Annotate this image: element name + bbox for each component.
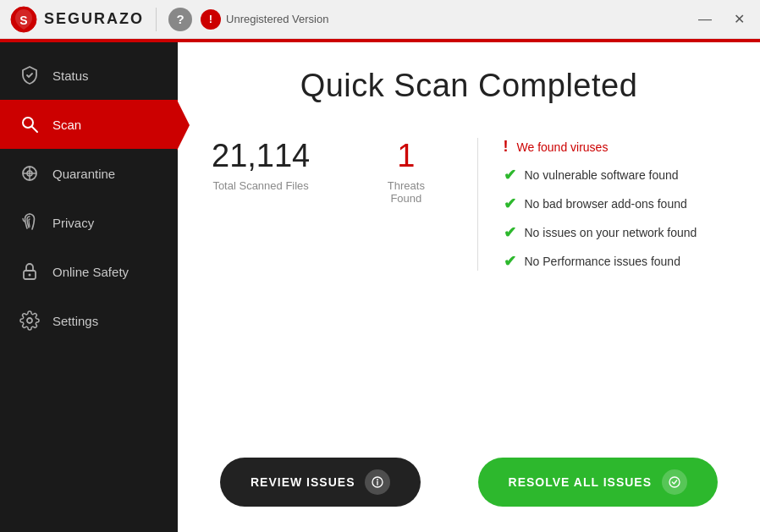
- gear-icon: [19, 310, 41, 332]
- unregistered-label: Unregistered Version: [226, 13, 328, 25]
- sidebar-item-status[interactable]: Status: [0, 51, 178, 100]
- check-icon: ✔: [504, 166, 516, 184]
- sidebar-item-settings[interactable]: Settings: [0, 296, 178, 345]
- minimize-button[interactable]: —: [693, 10, 717, 29]
- title-bar: S SEGURAZO ? ! Unregistered Version — ✕: [0, 0, 760, 39]
- unregistered-notice: ! Unregistered Version: [201, 9, 328, 30]
- svg-line-3: [32, 127, 37, 132]
- sidebar-item-privacy[interactable]: Privacy: [0, 198, 178, 247]
- resolve-all-label: RESOLVE ALL ISSUES: [509, 475, 652, 489]
- issue-text: No vulnerable software found: [525, 168, 679, 182]
- resolve-all-button[interactable]: RESOLVE ALL ISSUES: [478, 458, 718, 507]
- svg-point-10: [27, 318, 32, 323]
- lock-icon: [19, 261, 41, 282]
- issue-item: ✔ No vulnerable software found: [504, 166, 727, 184]
- svg-point-12: [377, 479, 378, 480]
- logo-icon: S: [10, 6, 37, 33]
- sidebar: Status Scan Quarantine: [0, 42, 178, 532]
- sidebar-settings-label: Settings: [52, 314, 98, 328]
- window-controls: — ✕: [693, 9, 750, 29]
- check-icon: ✔: [504, 223, 516, 242]
- warn-icon: !: [504, 138, 509, 156]
- issue-item: ✔ No issues on your network found: [504, 223, 727, 242]
- threats-number: 1: [397, 138, 415, 174]
- sidebar-privacy-label: Privacy: [52, 216, 94, 230]
- main-content: Quick Scan Completed 21,114 Total Scanne…: [178, 42, 760, 532]
- sidebar-item-quarantine[interactable]: Quarantine: [0, 149, 178, 198]
- issue-text: No Performance issues found: [525, 255, 680, 268]
- close-button[interactable]: ✕: [729, 9, 750, 29]
- logo-text: SEGURAZO: [44, 10, 144, 28]
- review-issues-button[interactable]: REVIEW ISSUES: [220, 458, 421, 507]
- issues-list: ! We found viruses ✔ No vulnerable softw…: [487, 138, 727, 271]
- stat-row: 21,114 Total Scanned Files 1 Threats Fou…: [212, 138, 435, 205]
- sidebar-online-safety-label: Online Safety: [52, 265, 129, 279]
- sidebar-scan-label: Scan: [52, 118, 81, 132]
- sidebar-item-scan[interactable]: Scan: [0, 100, 178, 149]
- main-layout: Status Scan Quarantine: [0, 42, 760, 532]
- issue-item: ✔ No bad browser add-ons found: [504, 195, 727, 213]
- sidebar-item-online-safety[interactable]: Online Safety: [0, 247, 178, 296]
- svg-text:S: S: [19, 14, 27, 27]
- vertical-divider: [477, 138, 478, 271]
- resolve-icon: [662, 469, 687, 495]
- threats-stat: 1 Threats Found: [377, 138, 434, 205]
- buttons-row: REVIEW ISSUES RESOLVE ALL ISSUES: [212, 458, 726, 507]
- scan-results: 21,114 Total Scanned Files 1 Threats Fou…: [212, 138, 726, 271]
- divider: [156, 8, 157, 31]
- help-button[interactable]: ?: [168, 8, 192, 31]
- total-files-label: Total Scanned Files: [212, 179, 308, 192]
- total-files-stat: 21,114 Total Scanned Files: [212, 138, 310, 192]
- page-title: Quick Scan Completed: [300, 68, 638, 104]
- threats-label: Threats Found: [377, 179, 434, 205]
- issue-text: We found viruses: [517, 140, 609, 154]
- fingerprint-icon: [19, 211, 41, 233]
- svg-point-2: [23, 118, 33, 128]
- quarantine-icon: [19, 162, 41, 184]
- review-issues-label: REVIEW ISSUES: [251, 475, 355, 489]
- alert-icon: !: [201, 9, 221, 30]
- check-icon: ✔: [504, 195, 516, 213]
- svg-point-9: [29, 274, 31, 277]
- issue-text: No issues on your network found: [525, 226, 697, 239]
- issue-text: No bad browser add-ons found: [525, 197, 687, 211]
- issue-item: ✔ No Performance issues found: [504, 252, 727, 271]
- shield-icon: [19, 64, 41, 86]
- sidebar-status-label: Status: [52, 69, 89, 83]
- sidebar-quarantine-label: Quarantine: [52, 167, 115, 181]
- issue-item: ! We found viruses: [504, 138, 727, 156]
- check-icon: ✔: [504, 252, 516, 271]
- svg-point-14: [669, 477, 680, 487]
- scan-stats: 21,114 Total Scanned Files 1 Threats Fou…: [212, 138, 469, 205]
- app-logo: S SEGURAZO: [10, 6, 144, 33]
- total-files-number: 21,114: [212, 138, 310, 174]
- review-icon: [365, 469, 390, 495]
- search-icon: [19, 113, 41, 135]
